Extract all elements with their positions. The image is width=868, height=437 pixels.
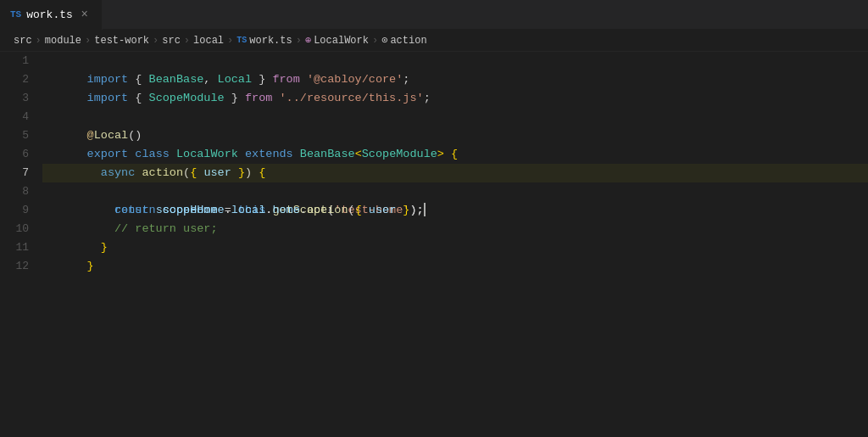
breadcrumb-sep-7: › — [372, 35, 378, 47]
code-line-1: import { BeanBase, Local } from '@cabloy… — [42, 52, 868, 70]
code-container: 1 2 3 4 5 6 7 8 9 10 11 12 import { Bean… — [0, 52, 868, 437]
line-num-4: 4 — [0, 108, 42, 126]
code-line-10: } — [42, 220, 868, 238]
code-line-3 — [42, 89, 868, 108]
code-line-7: 💡 const scopeHome = this.getScope('test-… — [42, 164, 868, 182]
breadcrumb-local: local — [193, 35, 224, 47]
code-line-6: async action({ user }) { — [42, 145, 868, 164]
code-line-8: return scopeHome.local.home.action({ use… — [42, 182, 868, 201]
tab-work-ts[interactable]: TS work.ts × — [0, 0, 103, 30]
line-num-11: 11 — [0, 238, 42, 257]
breadcrumb-method-icon: ⊙ — [381, 34, 387, 47]
code-line-11: } — [42, 238, 868, 257]
breadcrumb-src2: src — [162, 35, 181, 47]
breadcrumb-sep-6: › — [296, 35, 302, 47]
breadcrumb: src › module › test-work › src › local ›… — [0, 30, 868, 52]
breadcrumb-sep-5: › — [227, 35, 233, 47]
line-num-9: 9 — [0, 201, 42, 220]
line-num-12: 12 — [0, 257, 42, 276]
breadcrumb-src: src — [14, 35, 32, 47]
code-line-12 — [42, 257, 868, 276]
breadcrumb-module: module — [45, 35, 81, 47]
code-line-2: import { ScopeModule } from '../resource… — [42, 70, 868, 89]
line-num-8: 8 — [0, 182, 42, 201]
breadcrumb-ts-icon: TS — [236, 36, 247, 45]
tab-label: work.ts — [26, 8, 73, 21]
breadcrumb-sep-4: › — [184, 35, 190, 47]
line-num-7: 7 — [0, 164, 42, 182]
breadcrumb-class: ⊕ LocalWork — [305, 34, 369, 47]
tab-close-button[interactable]: × — [78, 8, 92, 21]
breadcrumb-file: TS work.ts — [236, 35, 292, 47]
line-numbers: 1 2 3 4 5 6 7 8 9 10 11 12 — [0, 52, 42, 437]
line-num-5: 5 — [0, 126, 42, 145]
code-lines[interactable]: import { BeanBase, Local } from '@cabloy… — [42, 52, 868, 437]
line-num-1: 1 — [0, 52, 42, 70]
line-num-10: 10 — [0, 220, 42, 238]
line-num-6: 6 — [0, 145, 42, 164]
line-num-3: 3 — [0, 89, 42, 108]
code-line-9: // return user; — [42, 201, 868, 220]
breadcrumb-method: ⊙ action — [381, 34, 426, 47]
breadcrumb-sep-3: › — [153, 35, 159, 47]
breadcrumb-sep-1: › — [36, 35, 42, 47]
code-line-5: export class LocalWork extends BeanBase<… — [42, 126, 868, 145]
breadcrumb-class-icon: ⊕ — [305, 34, 311, 47]
breadcrumb-test-work: test-work — [94, 35, 149, 47]
line-num-2: 2 — [0, 70, 42, 89]
tab-bar: TS work.ts × — [0, 0, 868, 30]
breadcrumb-sep-2: › — [85, 35, 91, 47]
ts-icon: TS — [10, 9, 21, 20]
code-line-4: @Local() — [42, 108, 868, 126]
